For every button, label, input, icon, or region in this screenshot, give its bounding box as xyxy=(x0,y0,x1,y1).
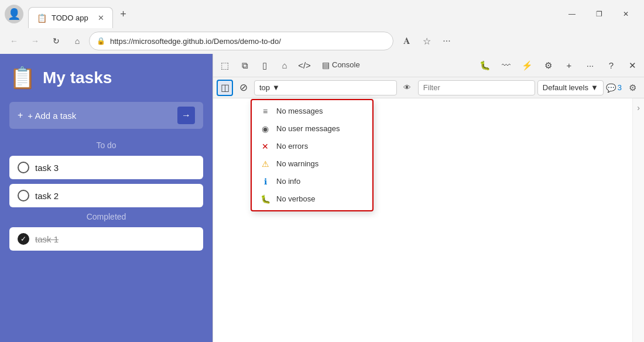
addressbar: ← → ↻ ⌂ 🔒 https://microsoftedge.github.i… xyxy=(0,28,644,54)
help-button[interactable]: ? xyxy=(602,56,621,75)
dropdown-label-no-verbose: No verbose xyxy=(276,194,315,203)
info-icon: ℹ xyxy=(260,177,270,186)
filter-dropdown-menu: ≡ No messages ◉ No user messages ✕ No er… xyxy=(251,99,374,211)
close-devtools-button[interactable]: ✕ xyxy=(623,56,642,75)
settings-gear-button[interactable]: ⚙ xyxy=(539,56,557,75)
default-levels-arrow-icon: ▼ xyxy=(591,83,598,92)
eye-filter-button[interactable]: 👁 xyxy=(399,80,416,96)
restore-button[interactable]: ❐ xyxy=(585,5,612,23)
warning-icon: ⚠ xyxy=(260,159,270,169)
dropdown-item-no-errors[interactable]: ✕ No errors xyxy=(252,138,372,155)
context-label: top xyxy=(259,83,270,92)
task-label: task 2 xyxy=(35,191,59,201)
favorites-button[interactable]: ☆ xyxy=(418,32,436,50)
devtools-panel: ⬚ ⧉ ▯ ⌂ </> ▤ Console 🐛 〰 ⚡ ⚙ + ··· ? ✕ … xyxy=(213,54,644,342)
message-count-badge: 💬 3 xyxy=(606,83,622,93)
tab-bar: 📋 TODO app ✕ + xyxy=(28,0,559,28)
address-bar[interactable]: 🔒 https://microsoftedge.github.io/Demos/… xyxy=(89,32,393,50)
list-item[interactable]: task 2 xyxy=(9,184,203,207)
list-item[interactable]: task 3 xyxy=(9,156,203,179)
inspect-element-button[interactable]: ⬚ xyxy=(215,56,234,75)
console-settings-button[interactable]: ⚙ xyxy=(624,80,640,96)
minimize-button[interactable]: — xyxy=(559,5,585,23)
list-item[interactable]: ✓ task 1 xyxy=(9,227,203,251)
add-task-input[interactable]: + Add a task xyxy=(28,111,173,121)
address-url: https://microsoftedge.github.io/Demos/de… xyxy=(110,37,281,46)
source-button[interactable]: </> xyxy=(295,56,314,75)
sidebar-toggle-button[interactable]: ▯ xyxy=(255,56,274,75)
dropdown-label-no-warnings: No warnings xyxy=(276,159,318,168)
devtools-toolbar: ⬚ ⧉ ▯ ⌂ </> ▤ Console 🐛 〰 ⚡ ⚙ + ··· ? ✕ xyxy=(213,54,644,77)
dropdown-item-no-warnings[interactable]: ⚠ No warnings xyxy=(252,155,372,173)
tab-page-icon: 📋 xyxy=(37,13,47,23)
dropdown-label-no-errors: No errors xyxy=(276,142,308,151)
context-dropdown-container: top ▼ ≡ No messages ◉ No user messages ✕ xyxy=(254,80,397,95)
expand-icon[interactable]: › xyxy=(637,103,640,112)
console-toolbar: ◫ ⊘ top ▼ ≡ No messages ◉ No user messag… xyxy=(213,77,644,98)
console-tab-label: Console xyxy=(332,60,360,69)
dropdown-label-no-info: No info xyxy=(276,177,300,186)
dropdown-item-no-user-messages[interactable]: ◉ No user messages xyxy=(252,120,372,138)
todo-section-label: To do xyxy=(9,141,203,150)
context-dropdown[interactable]: top ▼ xyxy=(254,80,397,95)
messages-icon: ≡ xyxy=(260,107,270,116)
user-messages-icon: ◉ xyxy=(260,124,270,134)
task-checkbox[interactable] xyxy=(18,162,29,173)
more-button[interactable]: ··· xyxy=(438,32,455,50)
todo-header: 📋 My tasks xyxy=(9,66,203,90)
profile-icon[interactable]: 👤 xyxy=(5,5,23,23)
clear-console-button[interactable]: ⊘ xyxy=(235,80,252,96)
device-toolbar-button[interactable]: ⧉ xyxy=(235,56,254,75)
read-aloud-button[interactable]: 𝐀 xyxy=(398,32,416,50)
task-label: task 3 xyxy=(35,163,59,173)
dropdown-label-no-user-messages: No user messages xyxy=(276,124,340,133)
titlebar: 👤 📋 TODO app ✕ + — ❐ ✕ xyxy=(0,0,644,28)
add-task-arrow-button[interactable]: → xyxy=(177,107,195,124)
active-tab[interactable]: 📋 TODO app ✕ xyxy=(28,7,113,28)
home-devtools-button[interactable]: ⌂ xyxy=(275,56,294,75)
context-arrow-icon: ▼ xyxy=(272,83,280,92)
tab-console[interactable]: ▤ Console xyxy=(315,54,367,77)
bug-icon-button[interactable]: 🐛 xyxy=(475,56,494,75)
console-right-sidebar: › xyxy=(632,98,644,342)
network-icon-button[interactable]: 〰 xyxy=(496,56,515,75)
window-controls: — ❐ ✕ xyxy=(559,5,639,23)
task-label-done: task 1 xyxy=(35,234,59,244)
forward-button[interactable]: → xyxy=(26,32,44,50)
more-tools-button[interactable]: ··· xyxy=(581,56,600,75)
tab-close-button[interactable]: ✕ xyxy=(98,13,104,22)
sidebar-show-button[interactable]: ◫ xyxy=(217,80,233,96)
add-tool-button[interactable]: + xyxy=(560,56,578,75)
verbose-icon: 🐛 xyxy=(260,194,270,204)
home-button[interactable]: ⌂ xyxy=(68,32,87,50)
message-count-value: 3 xyxy=(618,83,622,92)
todo-panel: 📋 My tasks + + Add a task → To do task 3… xyxy=(0,54,213,342)
reload-button[interactable]: ↻ xyxy=(47,32,66,50)
dropdown-item-no-info[interactable]: ℹ No info xyxy=(252,173,372,190)
task-checkbox[interactable] xyxy=(18,190,29,201)
todo-clipboard-icon: 📋 xyxy=(9,66,36,90)
add-task-row[interactable]: + + Add a task → xyxy=(9,102,203,129)
dropdown-label-no-messages: No messages xyxy=(276,107,323,115)
tab-label: TODO app xyxy=(52,13,88,22)
console-tab-icon: ▤ xyxy=(322,60,330,70)
performance-icon-button[interactable]: ⚡ xyxy=(518,56,536,75)
new-tab-button[interactable]: + xyxy=(115,6,132,22)
close-button[interactable]: ✕ xyxy=(612,5,639,23)
filter-input[interactable] xyxy=(418,80,535,95)
dropdown-item-no-messages[interactable]: ≡ No messages xyxy=(252,102,372,120)
back-button[interactable]: ← xyxy=(5,32,23,50)
error-icon: ✕ xyxy=(260,142,270,151)
default-levels-label: Default levels xyxy=(543,83,588,92)
add-task-plus-icon: + xyxy=(18,110,23,121)
lock-icon: 🔒 xyxy=(97,37,105,45)
addressbar-right-buttons: 𝐀 ☆ ··· xyxy=(398,32,455,50)
todo-title: My tasks xyxy=(43,69,112,87)
message-count-icon: 💬 xyxy=(606,83,616,93)
main-area: 📋 My tasks + + Add a task → To do task 3… xyxy=(0,54,644,342)
completed-section-label: Completed xyxy=(9,212,203,221)
dropdown-item-no-verbose[interactable]: 🐛 No verbose xyxy=(252,190,372,208)
task-checkbox-done[interactable]: ✓ xyxy=(18,233,29,245)
default-levels-dropdown[interactable]: Default levels ▼ xyxy=(537,80,604,95)
devtools-right-buttons: 🐛 〰 ⚡ ⚙ + ··· ? ✕ xyxy=(475,56,642,75)
